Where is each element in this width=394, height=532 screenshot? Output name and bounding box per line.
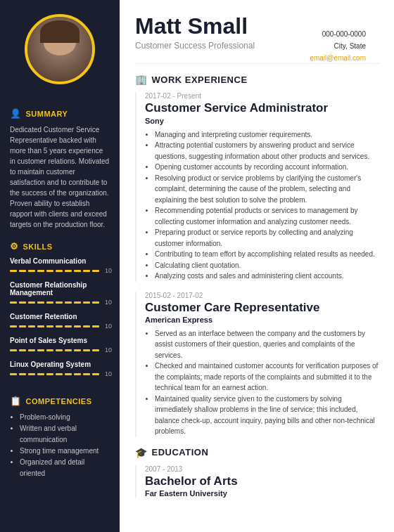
avatar xyxy=(25,14,95,84)
competencies-list: Problem-solvingWritten and verbal commun… xyxy=(10,412,110,479)
skill-dot xyxy=(10,349,17,351)
skill-dot xyxy=(37,349,44,351)
skill-dot xyxy=(92,270,99,272)
skill-dot xyxy=(46,301,53,304)
skill-dot xyxy=(28,301,35,304)
skill-dot xyxy=(92,349,99,351)
phone: 000-000-0000 xyxy=(310,28,366,40)
job-bullet: Served as an interface between the compa… xyxy=(155,328,380,361)
skill-dot xyxy=(65,373,72,375)
skill-dot xyxy=(37,301,44,304)
edu-date: 2007 - 2013 xyxy=(145,465,380,473)
header: Matt Small Customer Success Professional… xyxy=(135,14,380,64)
competency-item: Problem-solving xyxy=(20,412,110,423)
skill-name: Customer Retention xyxy=(10,313,110,320)
job-company: American Express xyxy=(145,316,380,324)
skill-dot xyxy=(46,325,53,327)
job-bullets: Served as an interface between the compa… xyxy=(145,328,380,437)
skill-dot xyxy=(10,325,17,327)
skill-dot xyxy=(37,325,44,327)
job-block: 2017-02 - Present Customer Service Admin… xyxy=(135,92,380,281)
job-bullet: Maintained quality service given to the … xyxy=(155,394,380,437)
skill-dot xyxy=(83,270,90,272)
skill-dots xyxy=(10,270,99,272)
skill-dot xyxy=(46,270,53,272)
summary-text: Dedicated Customer Service Representativ… xyxy=(10,124,110,230)
skill-dots xyxy=(10,349,99,351)
skill-dot xyxy=(56,349,63,351)
skills-section-title: ⚙ SKILLS xyxy=(10,241,110,252)
skill-dots xyxy=(10,373,99,375)
sidebar: 👤 SUMMARY Dedicated Customer Service Rep… xyxy=(0,0,120,532)
skill-dots xyxy=(10,301,99,304)
skill-name: Linux Operating System xyxy=(10,361,110,368)
briefcase-icon: 🏢 xyxy=(135,74,148,85)
skill-name: Customer Relationship Management xyxy=(10,281,110,297)
skill-dot xyxy=(37,270,44,272)
skill-dot xyxy=(92,325,99,327)
jobs-list: 2017-02 - Present Customer Service Admin… xyxy=(135,92,380,437)
job-bullet: Resolving product or service problems by… xyxy=(155,173,380,206)
job-bullets: Managing and interpreting customer requi… xyxy=(145,129,380,282)
email: email@email.com xyxy=(310,52,366,64)
job-company: Sony xyxy=(145,117,380,125)
summary-section-title: 👤 SUMMARY xyxy=(10,108,110,119)
competency-item: Written and verbal communication xyxy=(20,423,110,446)
skills-list: Verbal Communication10Customer Relations… xyxy=(10,257,110,384)
skill-dot xyxy=(74,325,81,327)
education-title: 🎓 EDUCATION xyxy=(135,447,380,458)
main-content: Matt Small Customer Success Professional… xyxy=(120,0,394,532)
skills-icon: ⚙ xyxy=(10,241,19,252)
skill-score: 10 xyxy=(105,346,112,353)
skill-item: Customer Retention10 xyxy=(10,313,110,330)
skill-bar: 10 xyxy=(10,323,110,330)
skill-dot xyxy=(19,270,26,272)
skill-item: Verbal Communication10 xyxy=(10,257,110,274)
skill-name: Point of Sales Systems xyxy=(10,337,110,344)
skill-dot xyxy=(74,373,81,375)
education-list: 2007 - 2013 Bachelor of Arts Far Eastern… xyxy=(135,465,380,498)
skill-score: 10 xyxy=(105,370,112,377)
skill-item: Point of Sales Systems10 xyxy=(10,337,110,353)
skill-dot xyxy=(56,373,63,375)
skill-dot xyxy=(19,325,26,327)
job-bullet: Preparing product or service reports by … xyxy=(155,227,380,249)
skill-bar: 10 xyxy=(10,346,110,353)
skill-bar: 10 xyxy=(10,299,110,306)
skill-dot xyxy=(92,373,99,375)
job-bullet: Managing and interpreting customer requi… xyxy=(155,129,380,141)
job-bullet: Recommending potential products or servi… xyxy=(155,205,380,227)
edu-block: 2007 - 2013 Bachelor of Arts Far Eastern… xyxy=(135,465,380,498)
skill-score: 10 xyxy=(105,267,112,274)
skill-dot xyxy=(65,349,72,351)
skill-dot xyxy=(65,270,72,272)
skill-score: 10 xyxy=(105,323,112,330)
skill-dot xyxy=(46,373,53,375)
skill-score: 10 xyxy=(105,299,112,306)
skill-dot xyxy=(46,349,53,351)
skill-bar: 10 xyxy=(10,267,110,274)
job-title: Customer Care Representative xyxy=(145,301,380,315)
skill-dot xyxy=(83,349,90,351)
contact-info: 000-000-0000 City, State email@email.com xyxy=(310,28,366,64)
job-bullet: Checked and maintained customer accounts… xyxy=(155,361,380,394)
skill-bar: 10 xyxy=(10,370,110,377)
competencies-icon: 📋 xyxy=(10,396,22,406)
skill-dot xyxy=(83,373,90,375)
job-bullet: Analyzing costs and sales and administer… xyxy=(155,271,380,282)
skill-dot xyxy=(65,325,72,327)
skill-dot xyxy=(37,373,44,375)
job-bullet: Contributing to team effort by accomplis… xyxy=(155,249,380,260)
skill-dot xyxy=(28,349,35,351)
skill-dot xyxy=(65,301,72,304)
skill-dot xyxy=(74,349,81,351)
skill-dot xyxy=(74,301,81,304)
skill-dot xyxy=(28,373,35,375)
skill-dots xyxy=(10,325,99,327)
job-block: 2015-02 - 2017-02 Customer Care Represen… xyxy=(135,292,380,437)
competency-item: Strong time management xyxy=(20,446,110,457)
job-bullet: Calculating client quotation. xyxy=(155,260,380,271)
avatar-image xyxy=(27,17,92,82)
skill-dot xyxy=(10,270,17,272)
skill-dot xyxy=(19,301,26,304)
